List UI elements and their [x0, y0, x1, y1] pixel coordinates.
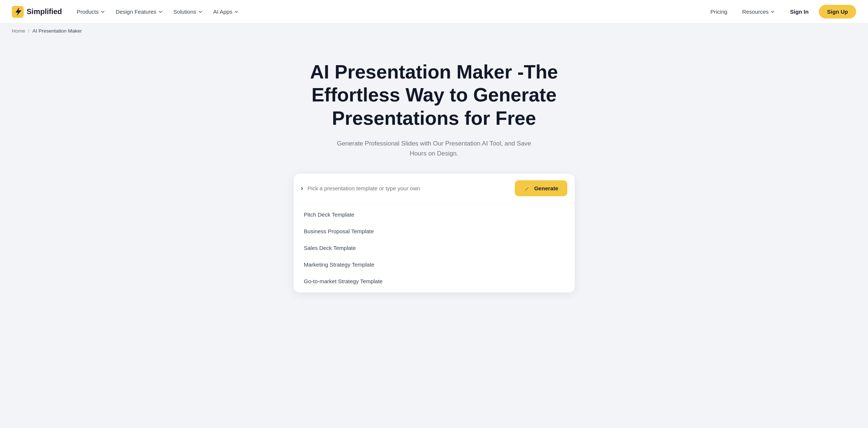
nav-item-solutions-label: Solutions	[173, 9, 196, 15]
wand-icon: 🪄	[524, 185, 531, 192]
nav-links: Products Design Features Solutions AI Ap…	[72, 6, 244, 18]
nav-item-ai-apps[interactable]: AI Apps	[209, 6, 244, 18]
nav-item-resources[interactable]: Resources	[738, 6, 780, 18]
logo[interactable]: Simplified	[12, 6, 62, 18]
nav-item-products-label: Products	[77, 9, 99, 15]
sign-in-button[interactable]: Sign In	[786, 6, 813, 18]
nav-item-solutions[interactable]: Solutions	[169, 6, 207, 18]
nav-item-pricing-label: Pricing	[710, 9, 727, 15]
breadcrumb: Home / AI Presentation Maker	[0, 24, 868, 38]
nav-item-design-features-label: Design Features	[116, 9, 156, 15]
logo-text: Simplified	[27, 7, 62, 16]
nav-item-pricing[interactable]: Pricing	[706, 6, 732, 18]
sign-up-button[interactable]: Sign Up	[819, 5, 856, 19]
breadcrumb-current: AI Presentation Maker	[33, 28, 82, 34]
chevron-down-icon	[198, 9, 203, 14]
main-content: AI Presentation Maker -The Effortless Wa…	[0, 38, 868, 307]
navbar-left: Simplified Products Design Features Solu…	[12, 6, 243, 18]
template-item-0[interactable]: Pitch Deck Template	[294, 206, 575, 223]
navbar: Simplified Products Design Features Solu…	[0, 0, 868, 24]
template-item-1[interactable]: Business Proposal Template	[294, 223, 575, 240]
hero-title: AI Presentation Maker -The Effortless Wa…	[301, 60, 567, 130]
navbar-right: Pricing Resources Sign In Sign Up	[706, 5, 856, 19]
nav-item-resources-label: Resources	[742, 9, 769, 15]
template-item-4[interactable]: Go-to-market Strategy Template	[294, 273, 575, 290]
search-input[interactable]	[308, 185, 511, 191]
breadcrumb-separator: /	[28, 28, 30, 34]
chevron-down-icon	[100, 9, 105, 14]
chevron-down-icon	[234, 9, 239, 14]
nav-item-products[interactable]: Products	[72, 6, 110, 18]
template-item-2[interactable]: Sales Deck Template	[294, 240, 575, 256]
logo-icon	[12, 6, 24, 18]
search-bar: › 🪄 Generate	[294, 174, 575, 203]
nav-item-design-features[interactable]: Design Features	[111, 6, 168, 18]
template-item-3[interactable]: Marketing Strategy Template	[294, 256, 575, 273]
search-container: › 🪄 Generate Pitch Deck Template Busines…	[294, 174, 575, 292]
hero-subtitle: Generate Professional Slides with Our Pr…	[334, 138, 534, 158]
chevron-down-icon	[158, 9, 163, 14]
nav-item-ai-apps-label: AI Apps	[213, 9, 233, 15]
chevron-down-icon	[770, 9, 775, 14]
template-list: Pitch Deck Template Business Proposal Te…	[294, 203, 575, 292]
generate-button-label: Generate	[534, 185, 558, 191]
breadcrumb-home[interactable]: Home	[12, 28, 25, 34]
generate-button[interactable]: 🪄 Generate	[515, 180, 567, 196]
search-chevron-icon: ›	[301, 184, 303, 192]
